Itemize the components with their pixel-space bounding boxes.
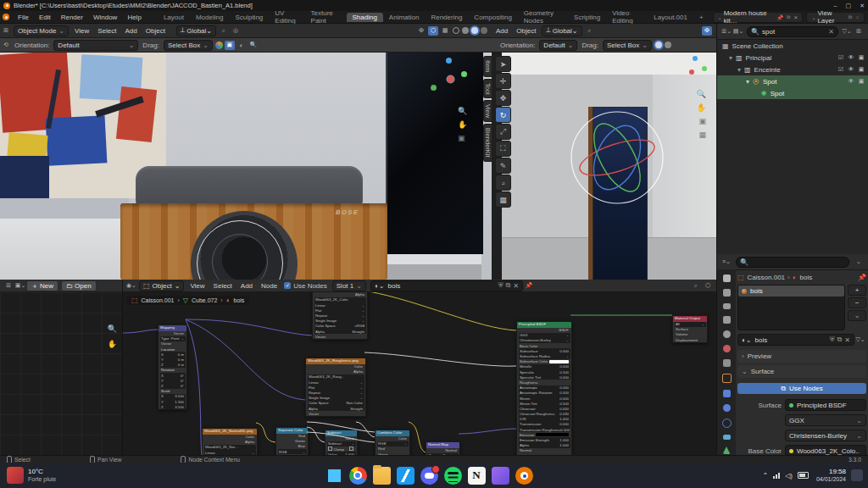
snap-magnet-icon[interactable]: ⌕ (691, 281, 701, 291)
use-nodes-button[interactable]: ⧉ Use Nodes (737, 383, 866, 394)
axis-y-dot[interactable] (702, 66, 707, 71)
viewport-menu[interactable]: Add (492, 27, 512, 35)
breadcrumb-object[interactable]: Caisson.001 (748, 274, 785, 281)
shading-material-icon[interactable] (471, 27, 478, 34)
grid-toggle-icon[interactable]: ▦ (698, 130, 706, 139)
taskbar-app-icon[interactable] (515, 467, 533, 485)
tool-orientation-dropdown[interactable]: Default⌄ (53, 40, 138, 51)
viewport-3d-left[interactable]: BOSE 🔍 ✋ ▣ ItemToolViewBlenderKit (0, 53, 492, 280)
copy-icon[interactable]: ⧉ (837, 336, 843, 344)
material-datablock[interactable]: ◐⌄ bois ⛨ ⧉ ✕ (737, 334, 854, 346)
tab-object-icon[interactable] (722, 374, 732, 383)
clock-widget[interactable]: 19:58 04/01/2024 (816, 468, 846, 484)
menu-item[interactable]: Help (122, 14, 146, 21)
menu-item[interactable]: Edit (34, 14, 56, 21)
tab-world-icon[interactable] (723, 345, 731, 352)
tool-button[interactable]: ✎ (495, 158, 511, 174)
shader-menu[interactable]: Select (209, 282, 236, 290)
minimize-button[interactable]: – (834, 3, 837, 9)
taskbar-app-icon[interactable] (420, 467, 438, 485)
open-image-button[interactable]: 🗀 Open (61, 280, 97, 291)
view-layer-selector[interactable]: ⌄ View Layer ⧉ ✕ (806, 12, 865, 23)
material-datablock[interactable]: ◐⌄ bois ⛨ ⧉ ✕ (370, 280, 523, 291)
taskbar-app-icon[interactable] (468, 467, 486, 485)
slot-dropdown[interactable]: Slot 1⌄ (332, 280, 366, 291)
drag-dropdown[interactable]: Select Box⌄ (603, 40, 652, 51)
show-gizmo-icon[interactable]: ✠ (702, 26, 712, 36)
unlink-icon[interactable]: ✕ (513, 282, 519, 290)
shading-solid-icon[interactable] (462, 27, 469, 34)
outliner-row-spot-object[interactable]: ▾ ⦿ Spot 👁 ▣ (717, 75, 868, 87)
overlays-icon[interactable]: ⬡ (703, 281, 713, 291)
search-icon[interactable]: 🔍 (248, 41, 259, 50)
copy-icon[interactable]: ⧉ (787, 14, 790, 20)
workspace-tab[interactable]: Rendering (425, 13, 468, 22)
tool-button[interactable]: ▦ (495, 191, 511, 208)
wifi-icon[interactable] (773, 473, 780, 479)
fake-user-shield-icon[interactable]: ⛨ (830, 336, 835, 344)
viewport-menu[interactable]: Add (121, 27, 142, 35)
workspace-tab[interactable]: + (693, 13, 709, 22)
orbit-rotate-gizmo[interactable] (566, 107, 668, 208)
hide-eye-icon[interactable]: 👁 (848, 54, 854, 61)
workspace-tab[interactable]: Animation (383, 13, 426, 22)
tool-button[interactable]: ✛ (495, 73, 511, 89)
workspace-tab[interactable]: Shading (347, 13, 383, 22)
drag-dropdown[interactable]: Select Box⌄ (164, 40, 213, 51)
filter-icon[interactable]: ▽⌄ (842, 27, 852, 36)
show-gizmo-icon[interactable]: ✠ (416, 26, 426, 36)
copy-icon[interactable]: ⧉ (506, 281, 511, 290)
properties-editor-icon[interactable]: ≡⌄ (721, 258, 732, 267)
outliner-row-spot-data[interactable]: ✺ Spot (717, 87, 868, 99)
checkbox-icon[interactable]: ☑ (837, 54, 844, 61)
surface-panel-header[interactable]: ⌄ Surface (737, 365, 866, 378)
tool-button[interactable]: ✥ (495, 90, 511, 106)
hide-eye-icon[interactable]: 👁 (848, 66, 854, 73)
orientation-dropdown[interactable]: ⟂ Global ⌄ (176, 25, 216, 36)
add-slot-button[interactable]: + (848, 285, 866, 296)
taskbar-app-icon[interactable] (326, 467, 343, 485)
taskbar-app-icon[interactable] (492, 467, 509, 485)
tab-physics-icon[interactable] (722, 419, 732, 428)
tab-object-data-icon[interactable] (723, 446, 731, 454)
outliner-row-enceinte[interactable]: ▾ ▥ Enceinte ☑ 👁 ▣ (717, 64, 868, 75)
shader-type-dropdown[interactable]: ⬚ Object ⌄ (139, 280, 184, 291)
shading-wireframe-icon[interactable] (453, 27, 459, 34)
snap-magnet-icon[interactable]: ⌕ (219, 26, 229, 36)
overlays-icon[interactable]: ⬡ (428, 26, 438, 36)
shading-solid-icon[interactable] (655, 42, 662, 48)
hide-eye-icon[interactable]: 👁 (848, 78, 854, 85)
render-camera-icon[interactable]: ▣ (858, 66, 865, 73)
editor-menu-icon[interactable]: ☰ (3, 281, 14, 291)
shading-rendered-icon[interactable] (481, 27, 487, 34)
outliner-row-principal[interactable]: ▾ ▥ Principal ☑ 👁 ▣ (717, 52, 868, 64)
tool-button[interactable]: ⤢ (495, 124, 511, 140)
image-datablock-icon[interactable]: ▣⌄ (15, 281, 25, 291)
shader-menu[interactable]: Add (236, 282, 257, 290)
axis-z-dot[interactable] (446, 58, 452, 64)
zoom-icon[interactable]: 🔍 (697, 90, 706, 98)
viewport-menu[interactable]: View (70, 27, 93, 35)
taskbar-app-icon[interactable] (444, 467, 462, 485)
volume-icon[interactable]: ◁) (785, 472, 793, 480)
workspace-tab[interactable]: Layout.001 (648, 13, 693, 22)
blender-menu-icon[interactable] (3, 14, 9, 20)
notifications-icon[interactable] (851, 469, 863, 481)
taskbar-app-icon[interactable] (373, 467, 391, 485)
workspace-tab[interactable]: Sculpting (229, 13, 269, 22)
material-slot-list[interactable]: bois (737, 285, 845, 330)
slot-specials-button[interactable]: ⌄ (848, 310, 866, 321)
distribution-dropdown[interactable]: GGX⌄ (785, 414, 866, 426)
tool-button[interactable]: ➤ (495, 56, 511, 72)
tab-tool-icon[interactable] (723, 274, 731, 282)
tab-collection-icon[interactable] (723, 359, 731, 367)
outliner-editor-icon[interactable]: ☰⌄ (721, 27, 732, 36)
tray-chevron-icon[interactable]: ⌃ (762, 472, 768, 480)
pan-hand-icon[interactable]: ✋ (458, 120, 467, 129)
texture-toggle-icon[interactable]: ▣ (225, 41, 235, 50)
surface-shader-button[interactable]: Principled BSDF (785, 399, 866, 411)
swatch-icon[interactable] (215, 42, 223, 49)
use-nodes-checkbox[interactable]: ✓ Use Nodes (281, 282, 327, 290)
zoom-icon[interactable]: 🔍 (108, 324, 117, 333)
tab-render-icon[interactable] (723, 289, 731, 297)
